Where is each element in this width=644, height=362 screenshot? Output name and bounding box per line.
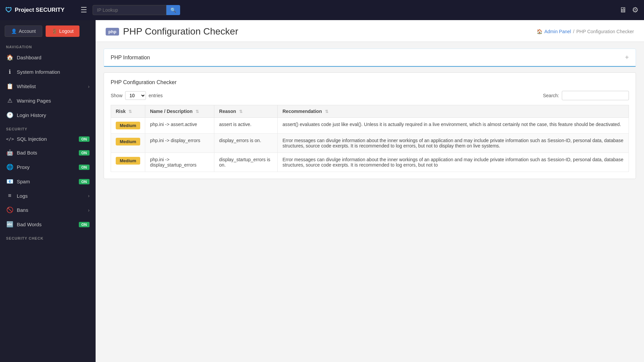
sidebar-item-label: Bans	[17, 207, 28, 213]
content-area: php PHP Configuration Checker 🏠 Admin Pa…	[96, 20, 644, 362]
search-label: Search:	[543, 93, 559, 98]
sidebar-item-label: Whitelist	[17, 83, 36, 89]
sort-icon: ⇅	[239, 109, 243, 114]
logo: 🛡 Project SECURITY	[5, 6, 72, 14]
sidebar-item-bans[interactable]: 🚫 Bans ›	[0, 203, 96, 217]
sidebar: 👤 Account 🚪 Logout NAVIGATION 🏠 Dashboar…	[0, 20, 96, 362]
sidebar-item-label: Logs	[17, 193, 28, 199]
sidebar-item-system-information[interactable]: ℹ System Information	[0, 65, 96, 79]
security-check-section-label: SECURITY CHECK	[0, 232, 96, 242]
account-label: Account	[19, 28, 36, 34]
cell-risk: Medium	[111, 118, 145, 134]
cell-risk: Medium	[111, 153, 145, 172]
history-icon: 🕐	[6, 112, 13, 119]
sidebar-item-bad-bots[interactable]: 🤖 Bad Bots ON	[0, 145, 96, 160]
col-name[interactable]: Name / Description ⇅	[145, 105, 214, 118]
chevron-right-icon: ›	[88, 84, 90, 89]
col-recommendation[interactable]: Recommendation ⇅	[278, 105, 629, 118]
page-header: php PHP Configuration Checker 🏠 Admin Pa…	[96, 20, 644, 42]
table-header-row: Risk ⇅ Name / Description ⇅ Reason ⇅	[111, 105, 629, 118]
badge-on-spam: ON	[79, 179, 90, 184]
entries-label: entries	[149, 93, 163, 98]
col-reason-label: Reason	[219, 109, 236, 114]
logout-button[interactable]: 🚪 Logout	[46, 25, 80, 37]
monitor-icon[interactable]: 🖥	[619, 6, 627, 14]
sidebar-item-label: Dashboard	[17, 55, 41, 60]
search-input[interactable]	[93, 5, 166, 15]
topbar-right: 🖥 ⚙	[619, 6, 639, 14]
breadcrumb-home-link[interactable]: Admin Panel	[544, 29, 571, 34]
info-icon: ℹ	[6, 68, 13, 75]
col-reason[interactable]: Reason ⇅	[214, 105, 278, 118]
sidebar-item-label: SQL Injection	[17, 136, 47, 142]
page-title-row: php PHP Configuration Checker	[106, 26, 238, 37]
home-icon: 🏠	[537, 29, 542, 34]
sidebar-item-label: Spam	[17, 179, 30, 184]
sidebar-item-label: Bad Words	[17, 222, 42, 227]
proxy-icon: 🌐	[6, 164, 13, 171]
cell-name: php.ini -> display_startup_errors	[145, 153, 214, 172]
cell-recommendation: Error messages can divulge information a…	[278, 153, 629, 172]
col-name-label: Name / Description	[150, 109, 193, 114]
php-info-accordion: PHP Information +	[104, 49, 636, 67]
entries-select[interactable]: 10 25 50 100	[125, 91, 146, 100]
sidebar-item-label: Bad Bots	[17, 150, 37, 156]
php-badge-icon: php	[106, 28, 119, 36]
sql-icon: </>	[6, 136, 13, 141]
sidebar-item-sql-injection[interactable]: </> SQL Injection ON	[0, 132, 96, 145]
search-bar: 🔍	[93, 5, 180, 15]
risk-badge: Medium	[116, 122, 140, 129]
sidebar-item-whitelist[interactable]: 📋 Whitelist ›	[0, 79, 96, 94]
sidebar-item-label: System Information	[17, 69, 60, 75]
table-search-input[interactable]	[562, 91, 629, 100]
logs-icon: ≡	[6, 192, 13, 199]
table-row: Medium php.ini -> assert.active assert i…	[111, 118, 629, 134]
cell-reason: display_errors is on.	[214, 134, 278, 153]
table-row: Medium php.ini -> display_startup_errors…	[111, 153, 629, 172]
sort-icon: ⇅	[196, 109, 199, 114]
logo-icon: 🛡	[5, 6, 12, 14]
cell-reason: display_startup_errors is on.	[214, 153, 278, 172]
sidebar-item-dashboard[interactable]: 🏠 Dashboard	[0, 50, 96, 65]
sidebar-item-spam[interactable]: 📧 Spam ON	[0, 174, 96, 189]
logo-text: Project SECURITY	[15, 7, 64, 13]
cell-risk: Medium	[111, 134, 145, 153]
sidebar-item-warning-pages[interactable]: ⚠ Warning Pages	[0, 94, 96, 108]
cell-name: php.ini -> assert.active	[145, 118, 214, 134]
sort-icon: ⇅	[128, 109, 132, 114]
inner-content: PHP Information + PHP Configuration Chec…	[96, 42, 644, 362]
nav-section-label: NAVIGATION	[0, 40, 96, 50]
warning-icon: ⚠	[6, 97, 13, 104]
sidebar-item-label: Warning Pages	[17, 98, 51, 104]
sidebar-item-bad-words[interactable]: 🔤 Bad Words ON	[0, 217, 96, 232]
show-label: Show	[111, 93, 122, 98]
badge-on-sql: ON	[79, 136, 90, 142]
sidebar-top-buttons: 👤 Account 🚪 Logout	[0, 20, 96, 40]
security-section-label: SECURITY	[0, 122, 96, 132]
sidebar-item-label: Login History	[17, 112, 46, 118]
sort-icon: ⇅	[325, 109, 328, 114]
col-risk[interactable]: Risk ⇅	[111, 105, 145, 118]
accordion-toggle-icon[interactable]: +	[625, 54, 629, 61]
account-icon: 👤	[11, 28, 17, 34]
whitelist-icon: 📋	[6, 83, 13, 90]
table-row: Medium php.ini -> display_errors display…	[111, 134, 629, 153]
accordion-header[interactable]: PHP Information +	[104, 49, 636, 67]
sidebar-item-label: Proxy	[17, 164, 30, 170]
table-section: PHP Configuration Checker Show 10 25 50 …	[104, 72, 636, 179]
cell-recommendation: assert() evaluates code just like eval()…	[278, 118, 629, 134]
logout-icon: 🚪	[52, 28, 57, 34]
sidebar-item-logs[interactable]: ≡ Logs ›	[0, 189, 96, 203]
bans-icon: 🚫	[6, 206, 13, 214]
account-button[interactable]: 👤 Account	[5, 25, 42, 37]
hamburger-button[interactable]: ☰	[80, 6, 87, 14]
sidebar-item-proxy[interactable]: 🌐 Proxy ON	[0, 160, 96, 174]
risk-badge: Medium	[116, 138, 140, 145]
badge-on-badbots: ON	[79, 150, 90, 156]
sidebar-item-login-history[interactable]: 🕐 Login History	[0, 108, 96, 122]
breadcrumb-separator: /	[573, 29, 574, 34]
gear-icon[interactable]: ⚙	[632, 6, 639, 14]
col-recommendation-label: Recommendation	[282, 109, 322, 114]
search-button[interactable]: 🔍	[166, 5, 180, 15]
breadcrumb: 🏠 Admin Panel / PHP Configuration Checke…	[537, 29, 634, 34]
